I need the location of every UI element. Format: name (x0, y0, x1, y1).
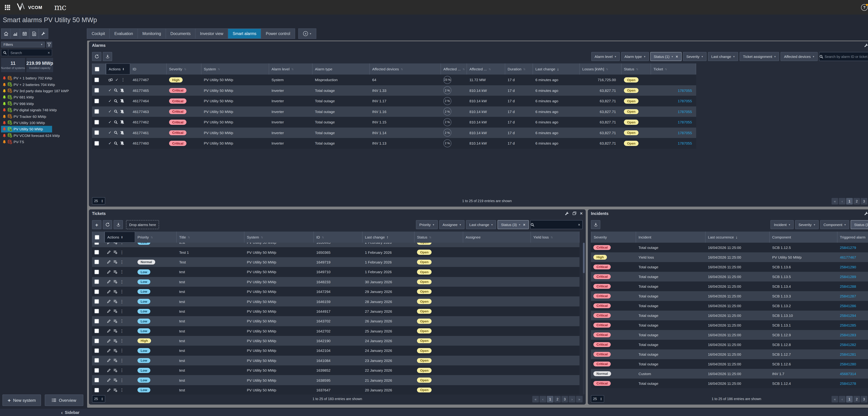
ticket-link[interactable]: 1787055 (678, 141, 692, 145)
ticket-link[interactable]: 1787055 (678, 109, 692, 114)
select-all-checkbox[interactable] (95, 235, 99, 239)
check-icon[interactable]: ✓ (108, 141, 112, 145)
ticket-row[interactable]: ⋮LowtestPV Utility 50 MWp164491727 Janua… (92, 306, 580, 316)
sort-icon[interactable]: ↑↓ (551, 235, 552, 239)
check-icon[interactable]: ✓ (108, 120, 112, 124)
settings-wrench-icon[interactable] (565, 211, 569, 215)
plus-button[interactable]: + (92, 220, 101, 229)
apps-grid-icon[interactable] (5, 5, 10, 10)
sort-icon[interactable]: ↑↓ (218, 67, 219, 71)
page-button-2[interactable]: 2 (554, 396, 561, 403)
sort-desc-icon[interactable]: ↓ (557, 67, 559, 71)
tab-documents[interactable]: Documents (166, 29, 195, 38)
incident-row[interactable]: CriticalTotal outage16/04/2026 11:25:00S… (591, 291, 868, 301)
prev-page-button[interactable]: ‹ (539, 396, 546, 403)
kebab-icon[interactable]: ⋮ (120, 299, 124, 304)
column-header-actions[interactable]: Actions▲▼ (104, 232, 135, 243)
row-checkbox[interactable] (94, 270, 99, 274)
row-checkbox[interactable] (94, 319, 99, 323)
incident-row[interactable]: CriticalTotal outage16/04/2026 11:25:00S… (591, 272, 868, 281)
report-icon[interactable] (113, 243, 117, 244)
column-header-last-occurrence[interactable]: Last occurrence↓ (706, 232, 770, 243)
ticket-icon[interactable] (108, 78, 113, 82)
kebab-icon[interactable]: ⋮ (120, 309, 124, 313)
sidebar-item-pv-1-battery-702-kwp[interactable]: PV + 1 battery 702 kWp (1, 75, 52, 81)
pencil-icon[interactable] (107, 260, 111, 264)
sort-icon[interactable]: ↑↓ (184, 67, 186, 71)
filter-last-change[interactable]: Last change▾ (466, 220, 496, 229)
bell-off-icon[interactable] (120, 120, 124, 124)
first-page-button[interactable]: « (532, 396, 539, 403)
clear-search-icon[interactable]: × (46, 49, 52, 56)
sort-icon[interactable]: ↑↓ (489, 67, 490, 71)
sort-icon[interactable]: ↑↓ (429, 235, 431, 239)
toolbar-home-button[interactable] (1, 29, 11, 38)
ticket-row[interactable]: ⋮LowtestPV Utility 50 MWp164729429 Janua… (92, 287, 580, 297)
close-panel-icon[interactable]: × (580, 211, 583, 216)
ticket-row[interactable]: ⋮LowtestPV Utility 50 MWp16497101 Februa… (92, 267, 580, 277)
row-checkbox[interactable] (94, 328, 99, 333)
report-icon[interactable] (113, 339, 117, 343)
help-icon[interactable]: ? (861, 4, 868, 10)
pencil-icon[interactable] (107, 378, 111, 382)
report-icon[interactable] (113, 378, 117, 382)
page-button-1[interactable]: 1 (846, 198, 853, 205)
report-icon[interactable] (113, 388, 117, 392)
column-header-id[interactable]: ID↑↓ (314, 232, 363, 243)
search-icon[interactable] (114, 99, 118, 103)
filter-status-3[interactable]: Status (3)▾× (498, 220, 529, 229)
kebab-icon[interactable]: ⋮ (120, 250, 124, 254)
filters-select[interactable]: Filters▾ (1, 42, 45, 47)
last-page-button[interactable]: » (576, 396, 583, 403)
pencil-icon[interactable] (107, 388, 111, 392)
incident-row[interactable]: CriticalTotal outage16/04/2026 11:25:00S… (591, 379, 868, 388)
page-size-select[interactable]: 25▲▼ (92, 395, 105, 403)
column-header-last-change[interactable]: Last change↑ (363, 232, 414, 243)
report-icon[interactable] (113, 359, 117, 362)
search-icon[interactable] (1, 49, 8, 56)
bell-off-icon[interactable] (120, 141, 124, 145)
row-checkbox[interactable] (94, 348, 99, 353)
triggered-alarm-link[interactable]: 25841287 (840, 294, 856, 298)
system-search-input[interactable] (8, 49, 46, 56)
triggered-alarm-link[interactable]: 25841285 (840, 323, 856, 327)
ticket-row[interactable]: ⋮LowtestPV Utility 50 MWp163859521 Janua… (92, 375, 580, 385)
toolbar-document-button[interactable] (30, 29, 39, 38)
ticket-link[interactable]: 1787055 (678, 131, 692, 135)
sort-icon[interactable]: ↑↓ (462, 67, 464, 71)
sidebar-item-pv-tracker-60-mwp[interactable]: PV Tracker 60 MWp (1, 113, 52, 119)
alarm-row[interactable]: ✓46177462CriticalPV Utility 50 MWpInvert… (92, 117, 696, 128)
column-header-title[interactable]: Title↑↓ (177, 232, 244, 243)
sidebar-item-pv-digital-signals-748-kwp[interactable]: PV digital signals 748 kWp (1, 107, 52, 113)
column-header-status[interactable]: Status↑↓ (414, 232, 463, 243)
row-checkbox[interactable] (94, 250, 99, 254)
sort-icon[interactable]: ↑↓ (665, 67, 666, 71)
filter-last-change[interactable]: Last change▾ (708, 52, 738, 61)
sort-icon[interactable]: ↑↓ (291, 67, 293, 71)
kebab-icon[interactable]: ⋮ (120, 368, 124, 373)
pencil-icon[interactable] (107, 319, 111, 323)
triggered-alarm-link[interactable]: 25841279 (840, 245, 856, 250)
row-checkbox[interactable] (94, 378, 99, 382)
row-checkbox[interactable] (94, 260, 99, 264)
search-icon[interactable] (114, 110, 118, 113)
triggered-alarm-link[interactable]: 25841283 (840, 333, 856, 337)
filter-priority[interactable]: Priority▾ (416, 220, 438, 229)
toolbar-bar-chart-button[interactable] (11, 29, 20, 38)
kebab-icon[interactable]: ⋮ (120, 339, 124, 343)
new-system-button[interactable]: +New system (2, 394, 41, 406)
kebab-icon[interactable]: ⋮ (120, 388, 124, 392)
pencil-icon[interactable] (107, 270, 111, 274)
sort-icon[interactable]: ↑↓ (322, 235, 323, 239)
panel-search-input[interactable] (823, 53, 868, 61)
incident-row[interactable]: CriticalTotal outage16/04/2026 11:25:00S… (591, 301, 868, 311)
alarm-row[interactable]: ✓⋮46177467HighPV Utility 50 MWpSystemMis… (92, 74, 696, 85)
alarm-row[interactable]: ✓46177464CriticalPV Utility 50 MWpInvert… (92, 96, 696, 106)
search-icon[interactable] (114, 120, 118, 124)
sort-spin-icon[interactable]: ▲▼ (122, 67, 124, 71)
first-page-button[interactable]: « (832, 396, 838, 403)
pencil-icon[interactable] (107, 290, 111, 293)
search-icon[interactable] (819, 53, 823, 61)
alarm-row[interactable]: ✓46177463CriticalPV Utility 50 MWpInvert… (92, 106, 696, 117)
select-all-checkbox[interactable] (95, 67, 99, 71)
